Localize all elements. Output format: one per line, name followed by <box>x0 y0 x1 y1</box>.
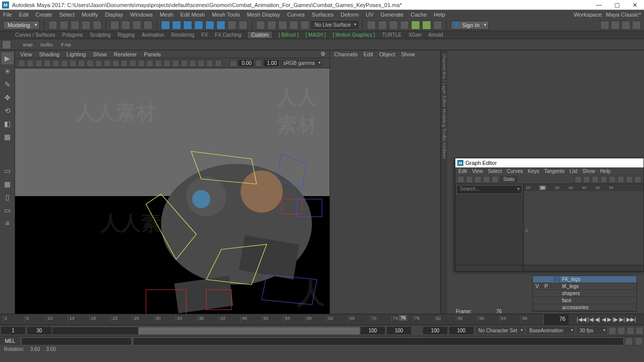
shelf-btn-toolbo[interactable]: toolbo <box>38 40 55 49</box>
range-start-inner[interactable]: 30 <box>27 327 51 334</box>
ui-toggle-3-icon[interactable] <box>621 21 630 30</box>
shelf-tab-polygons[interactable]: Polygons <box>62 32 83 38</box>
ch-menu-show[interactable]: Show <box>401 51 415 57</box>
textured-icon[interactable] <box>129 60 136 67</box>
ui-toggle-2-icon[interactable] <box>611 21 620 30</box>
shelf-btn-gear-icon[interactable] <box>2 40 11 49</box>
render-frame-icon[interactable] <box>367 21 376 30</box>
menu-modify[interactable]: Modify <box>82 12 98 18</box>
construction-icon[interactable] <box>278 21 287 30</box>
close-button[interactable]: ✕ <box>626 0 644 10</box>
panel-menu-view[interactable]: View <box>20 51 32 57</box>
history-on-icon[interactable] <box>256 21 265 30</box>
shelf-btn-tfmp[interactable]: tf mp <box>57 40 74 49</box>
auto-key-icon[interactable] <box>608 327 616 335</box>
select-hierarchy-icon[interactable] <box>121 21 130 30</box>
ge-region-icon[interactable] <box>483 176 490 183</box>
minimize-button[interactable]: — <box>590 0 608 10</box>
snap-view-icon[interactable] <box>216 21 225 30</box>
motion-blur-icon[interactable] <box>198 60 205 67</box>
select-component-icon[interactable] <box>143 21 152 30</box>
step-forward-button[interactable]: |▶ <box>613 316 618 323</box>
select-mode-icon[interactable] <box>110 21 119 30</box>
right-tab-strip[interactable]: Channel Box / Layer Editor Modeling Tool… <box>440 50 447 314</box>
move-tool-icon[interactable]: ✥ <box>2 92 14 104</box>
exposure-icon[interactable] <box>181 60 188 67</box>
menu-mesh-display[interactable]: Mesh Display <box>247 12 280 18</box>
make-live-icon[interactable] <box>227 21 236 30</box>
symmetry-icon[interactable] <box>289 21 298 30</box>
ge-move-keys-icon[interactable] <box>457 176 464 183</box>
color-space-dd[interactable]: sRGB gamma <box>280 60 322 66</box>
play-back-button[interactable]: ◀ <box>602 316 606 323</box>
shelf-tab-curves[interactable]: Curves / Surfaces <box>15 32 55 38</box>
shelf-tab-animation[interactable]: Animation <box>142 32 164 38</box>
menu-display[interactable]: Display <box>105 12 123 18</box>
menu-file[interactable]: File <box>3 12 12 18</box>
shelf-tab-bifrost[interactable]: Bifrost <box>279 32 298 38</box>
step-back-key-button[interactable]: |◀ <box>588 316 593 323</box>
character-set-dd[interactable]: No Character Set <box>475 327 524 334</box>
snap-grid-icon[interactable] <box>161 21 170 30</box>
ge-menu-list[interactable]: List <box>570 168 578 174</box>
select-object-icon[interactable] <box>132 21 141 30</box>
shelf-tab-rigging[interactable]: Rigging <box>118 32 135 38</box>
panel-menu-lighting[interactable]: Lighting <box>66 51 86 57</box>
pause-render-icon[interactable] <box>422 21 431 30</box>
ch-menu-edit[interactable]: Edit <box>363 51 373 57</box>
ipr-icon[interactable] <box>378 21 387 30</box>
ge-menu-view[interactable]: View <box>472 168 483 174</box>
symmetry-axis-icon[interactable] <box>300 21 309 30</box>
exposure-value[interactable]: 0.00 <box>238 60 254 66</box>
play-forward-button[interactable]: ▶ <box>607 316 611 323</box>
film-gate-icon[interactable] <box>61 60 68 67</box>
step-back-button[interactable]: ◀| <box>595 316 600 323</box>
menu-mesh-tools[interactable]: Mesh Tools <box>212 12 239 18</box>
open-scene-icon[interactable] <box>59 21 68 30</box>
workspace-value[interactable]: Maya Classic* <box>606 12 641 18</box>
ge-tangent-clamped-icon[interactable] <box>592 176 599 183</box>
field-chart-icon[interactable] <box>87 60 94 67</box>
redo-icon[interactable] <box>93 21 102 30</box>
ge-tangent-break-icon[interactable] <box>617 176 624 183</box>
dof-icon[interactable] <box>206 60 213 67</box>
menu-help[interactable]: Help <box>434 12 445 18</box>
menu-generate[interactable]: Generate <box>380 12 404 18</box>
range-aux1[interactable]: 100 <box>423 327 447 334</box>
gamma-value[interactable]: 1.00 <box>264 60 279 66</box>
aa-icon[interactable] <box>215 60 222 67</box>
shelf-tab-turtle[interactable]: TURTLE <box>382 32 401 38</box>
ge-tangent-stepped-icon[interactable] <box>600 176 607 183</box>
range-aux2[interactable]: 100 <box>449 327 473 334</box>
set-key-icon[interactable] <box>617 327 625 335</box>
lights-icon[interactable] <box>138 60 145 67</box>
range-end-inner[interactable]: 100 <box>361 327 385 334</box>
ui-toggle-1-icon[interactable] <box>600 21 609 30</box>
four-pane-icon[interactable]: ▦ <box>2 178 14 190</box>
panel-menu-renderer[interactable]: Renderer <box>114 51 137 57</box>
shelf-tab-arnold[interactable]: Arnold <box>429 32 443 38</box>
play-render-icon[interactable] <box>433 21 442 30</box>
ge-time-ruler[interactable]: 25 30 35 40 45 50 55 <box>524 184 643 191</box>
ge-graph-scroll-h[interactable] <box>524 265 643 271</box>
graph-editor-titlebar[interactable]: M Graph Editor <box>455 158 643 167</box>
script-editor-icon[interactable] <box>625 337 633 345</box>
shelf-tab-fx[interactable]: FX <box>201 32 208 38</box>
menu-create[interactable]: Create <box>36 12 52 18</box>
range-handle[interactable] <box>138 327 360 334</box>
resolution-gate-icon[interactable] <box>69 60 76 67</box>
menu-deform[interactable]: Deform <box>341 12 359 18</box>
isolate-icon[interactable] <box>155 60 162 67</box>
layer-row-face[interactable]: face <box>533 297 636 304</box>
menu-mesh[interactable]: Mesh <box>159 12 173 18</box>
ui-toggle-4-icon[interactable] <box>632 21 641 30</box>
safe-action-icon[interactable] <box>95 60 102 67</box>
shelf-tab-xgen[interactable]: XGen <box>409 32 422 38</box>
menu-select[interactable]: Select <box>59 12 75 18</box>
ge-tangent-unify-icon[interactable] <box>626 176 633 183</box>
new-scene-icon[interactable] <box>48 21 57 30</box>
step-forward-key-button[interactable]: ▶| <box>619 316 625 323</box>
ch-menu-channels[interactable]: Channels <box>334 51 357 57</box>
snap-plane-icon[interactable] <box>194 21 203 30</box>
shadows-icon[interactable] <box>146 60 153 67</box>
